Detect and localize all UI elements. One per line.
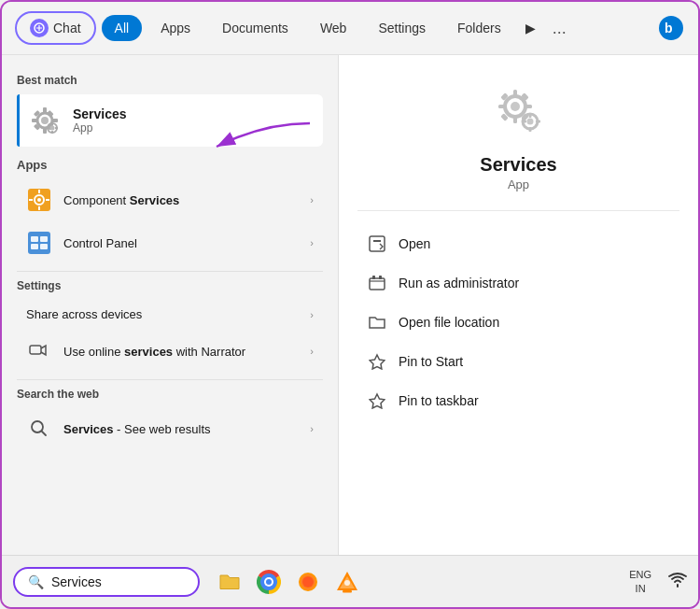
svg-point-45 xyxy=(526,119,533,125)
vlc-icon[interactable] xyxy=(332,567,362,597)
share-devices-arrow: › xyxy=(310,309,314,320)
svg-rect-6 xyxy=(43,128,47,134)
svg-rect-46 xyxy=(528,113,531,118)
all-label: All xyxy=(115,21,130,35)
best-match-subtitle: App xyxy=(73,121,127,135)
component-services-item[interactable]: Component Services › xyxy=(17,179,323,220)
search-icon: 🔍 xyxy=(28,574,44,589)
share-devices-item[interactable]: Share across devices › xyxy=(17,300,323,329)
apps-section-label: Apps xyxy=(17,158,323,172)
svg-rect-7 xyxy=(32,119,37,122)
lang-line2: IN xyxy=(636,582,646,595)
settings-label: Settings xyxy=(378,21,426,35)
open-location-action[interactable]: Open file location xyxy=(357,304,679,340)
narrator-services-item[interactable]: Use online services with Narrator › xyxy=(17,331,323,372)
apps-button[interactable]: Apps xyxy=(147,15,203,41)
component-services-arrow: › xyxy=(310,194,314,205)
apps-nav-label: Apps xyxy=(161,21,190,35)
pin-start-label: Pin to Start xyxy=(399,354,463,369)
svg-rect-38 xyxy=(498,105,505,108)
bing-icon: b xyxy=(657,14,685,42)
svg-rect-48 xyxy=(522,120,526,123)
svg-rect-49 xyxy=(536,120,540,123)
folder-icon xyxy=(367,312,387,333)
component-services-text: Component Services xyxy=(63,193,299,207)
svg-rect-52 xyxy=(372,276,375,279)
svg-rect-17 xyxy=(47,127,49,129)
svg-point-64 xyxy=(344,580,350,586)
content-area: Best match xyxy=(2,55,698,556)
wifi-icon xyxy=(668,572,687,592)
svg-rect-23 xyxy=(38,206,40,210)
pin-taskbar-action[interactable]: Pin to taskbar xyxy=(357,383,679,418)
svg-rect-53 xyxy=(379,276,382,279)
run-admin-label: Run as administrator xyxy=(399,276,519,290)
divider-1 xyxy=(17,271,323,272)
right-app-type: App xyxy=(508,177,529,191)
right-panel-divider xyxy=(357,210,679,211)
chat-label: Chat xyxy=(53,21,81,35)
open-label: Open xyxy=(399,236,430,251)
svg-rect-63 xyxy=(343,590,352,593)
search-box[interactable]: 🔍 xyxy=(13,567,200,597)
chat-icon xyxy=(30,19,49,37)
open-action[interactable]: Open xyxy=(357,226,679,262)
svg-point-32 xyxy=(32,421,43,432)
svg-rect-50 xyxy=(370,236,385,251)
control-panel-icon xyxy=(26,230,52,256)
settings-section-label: Settings xyxy=(17,279,323,292)
admin-icon xyxy=(367,273,387,293)
svg-rect-18 xyxy=(55,127,58,129)
services-icon xyxy=(28,104,62,137)
chat-button[interactable]: Chat xyxy=(15,11,96,45)
web-search-arrow: › xyxy=(310,423,314,434)
chrome-icon[interactable] xyxy=(254,567,284,597)
right-panel: Services App Open xyxy=(338,55,698,556)
svg-rect-31 xyxy=(30,346,41,354)
web-button[interactable]: Web xyxy=(307,15,360,41)
best-match-label: Best match xyxy=(17,74,323,87)
folders-button[interactable]: Folders xyxy=(444,15,514,41)
folders-label: Folders xyxy=(457,21,501,35)
share-devices-text: Share across devices xyxy=(26,307,299,321)
action-list: Open Run as administrator xyxy=(357,226,679,418)
pin-start-icon xyxy=(367,351,387,372)
run-admin-action[interactable]: Run as administrator xyxy=(357,265,679,301)
control-panel-item[interactable]: Control Panel › xyxy=(17,222,323,263)
pin-start-action[interactable]: Pin to Start xyxy=(357,344,679,379)
svg-point-58 xyxy=(266,579,272,585)
web-search-item[interactable]: Services - See web results › xyxy=(17,408,323,449)
best-match-item[interactable]: Services App xyxy=(17,94,323,147)
lang-line1: ENG xyxy=(629,568,651,581)
file-explorer-icon[interactable] xyxy=(215,567,245,597)
svg-rect-28 xyxy=(40,236,48,242)
more-button[interactable]: ... xyxy=(547,15,572,42)
web-section-label: Search the web xyxy=(17,388,323,401)
firefox-icon[interactable] xyxy=(293,567,323,597)
web-search-icon xyxy=(26,416,52,442)
svg-rect-5 xyxy=(43,107,47,113)
svg-rect-29 xyxy=(31,244,38,249)
svg-rect-22 xyxy=(38,190,40,193)
search-input[interactable] xyxy=(51,574,182,589)
all-button[interactable]: All xyxy=(102,15,143,41)
svg-rect-39 xyxy=(525,105,532,108)
svg-rect-8 xyxy=(52,119,58,122)
documents-button[interactable]: Documents xyxy=(209,15,301,41)
web-search-text: Services - See web results xyxy=(63,422,299,436)
svg-rect-24 xyxy=(29,199,33,201)
svg-rect-36 xyxy=(513,90,517,96)
svg-point-14 xyxy=(50,126,55,131)
best-match-title: Services xyxy=(73,106,127,121)
svg-rect-27 xyxy=(31,236,38,242)
settings-button[interactable]: Settings xyxy=(365,15,439,41)
narrator-icon xyxy=(26,338,52,364)
web-label: Web xyxy=(320,21,347,35)
svg-rect-12 xyxy=(47,110,53,117)
divider-2 xyxy=(17,379,323,380)
svg-rect-15 xyxy=(51,122,53,125)
svg-rect-25 xyxy=(46,199,49,201)
play-button[interactable]: ▶ xyxy=(520,17,541,39)
right-app-icon xyxy=(486,78,552,143)
left-panel: Best match xyxy=(2,55,338,556)
